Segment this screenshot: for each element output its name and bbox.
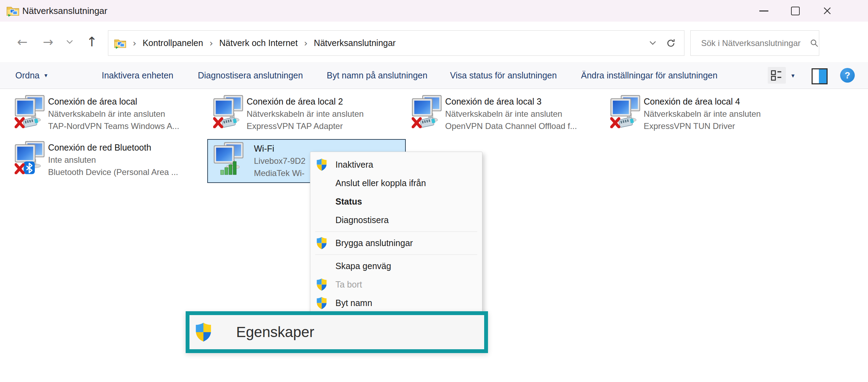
connection-status: Nätverkskabeln är inte ansluten [247, 108, 364, 120]
lan-disconnected-icon [412, 95, 444, 128]
connection-status: Nätverkskabeln är inte ansluten [48, 108, 179, 120]
organize-menu-button[interactable]: Ordna ▾ [15, 62, 47, 89]
search-box[interactable] [690, 30, 819, 56]
connection-device: ExpressVPN TAP Adapter [247, 120, 364, 132]
connection-tile[interactable]: Conexión de área local Nätverkskabeln är… [14, 93, 212, 137]
refresh-icon [665, 38, 676, 49]
diagnose-connection-command[interactable]: Diagnostisera anslutningen [198, 62, 303, 89]
change-settings-label: Ändra inställningar för anslutningen [581, 70, 718, 81]
search-input[interactable] [700, 38, 810, 48]
menu-item-inaktivera[interactable]: Inaktivera [310, 155, 482, 174]
window-title: Nätverksanslutningar [22, 6, 107, 16]
lan-disconnected-icon [15, 95, 47, 128]
connection-device: ExpressVPN TUN Driver [644, 120, 761, 132]
menu-item-label: Skapa genväg [335, 261, 391, 271]
menu-item-label: Brygga anslutningar [335, 238, 413, 248]
connection-tile[interactable]: Conexión de área local 2 Nätverkskabeln … [212, 93, 411, 137]
connection-name: Conexión de área local 4 [644, 96, 761, 108]
menu-item-label: Anslut eller koppla ifrån [335, 178, 426, 188]
view-list-icon [770, 68, 784, 82]
search-icon [810, 39, 819, 48]
refresh-button[interactable] [665, 38, 676, 49]
connection-name: Conexión de área local [48, 96, 179, 108]
connection-tile[interactable]: Conexión de área local 3 Nätverkskabeln … [411, 93, 610, 137]
caret-down-icon: ▾ [44, 72, 47, 79]
command-toolbar: Ordna ▾ Inaktivera enheten Diagnostisera… [0, 62, 868, 89]
menu-item-ta-bort[interactable]: Ta bort [310, 275, 482, 294]
menu-item-egenskaper-label: Egenskaper [236, 324, 314, 341]
menu-item-status[interactable]: Status [310, 192, 482, 211]
forward-button[interactable]: → [38, 22, 58, 62]
connection-tile[interactable]: Conexión de red Bluetooth Inte ansluten … [14, 139, 212, 183]
menu-item-brygga-anslutningar[interactable]: Brygga anslutningar [310, 234, 482, 252]
breadcrumb-kontrollpanelen[interactable]: Kontrollpanelen [142, 38, 203, 48]
connection-status: Inte ansluten [48, 154, 178, 166]
menu-item-diagnostisera[interactable]: Diagnostisera [310, 211, 482, 229]
preview-pane-button[interactable] [812, 68, 828, 84]
connection-name: Wi-Fi [254, 143, 305, 155]
connection-name: Conexión de área local 2 [247, 96, 364, 108]
title-bar: Nätverksanslutningar [0, 0, 868, 22]
connection-status: Nätverkskabeln är inte ansluten [644, 108, 761, 120]
menu-separator [315, 254, 477, 255]
caret-down-icon: ▾ [791, 72, 795, 79]
help-button[interactable]: ? [840, 68, 855, 83]
connection-name: Conexión de área local 3 [445, 96, 577, 108]
view-status-command[interactable]: Visa status för anslutningen [450, 62, 557, 89]
recent-locations-button[interactable] [62, 22, 77, 62]
menu-item-label: Status [335, 197, 362, 207]
menu-item-anslut-koppla[interactable]: Anslut eller koppla ifrån [310, 174, 482, 192]
menu-item-label: Byt namn [335, 298, 372, 308]
breadcrumb-separator: › [304, 38, 308, 48]
connection-tile[interactable]: Conexión de área local 4 Nätverkskabeln … [610, 93, 808, 137]
menu-item-label: Inaktivera [335, 160, 373, 170]
breadcrumb-natverksanslutningar[interactable]: Nätverksanslutningar [314, 38, 396, 48]
organize-label: Ordna [15, 70, 39, 81]
breadcrumb-separator: › [209, 38, 213, 48]
uac-shield-icon [316, 237, 327, 250]
close-icon [823, 6, 832, 15]
minimize-icon [759, 10, 768, 12]
preview-pane-icon [819, 69, 827, 83]
connection-device: OpenVPN Data Channel Offload f... [445, 120, 577, 132]
menu-item-byt-namn[interactable]: Byt namn [310, 294, 482, 312]
back-icon: ← [17, 35, 28, 49]
address-dropdown-button[interactable] [649, 40, 657, 46]
address-folder-icon [114, 37, 126, 49]
connection-status: Nätverkskabeln är inte ansluten [445, 108, 577, 120]
forward-icon: → [43, 35, 53, 49]
lan-disconnected-icon [610, 95, 642, 128]
rename-label: Byt namn på anslutningen [327, 70, 427, 81]
uac-shield-icon [195, 322, 212, 342]
connection-device: TAP-NordVPN Teams Windows A... [48, 120, 179, 132]
bluetooth-disconnected-icon [15, 141, 47, 174]
connection-device: Bluetooth Device (Personal Area ... [48, 166, 178, 178]
chevron-down-icon [649, 40, 657, 46]
menu-separator [315, 231, 477, 232]
navigation-bar: ← → ↑ › Kontrollpanelen › Nätverk och In… [0, 22, 868, 62]
connection-name: Conexión de red Bluetooth [48, 142, 178, 154]
close-button[interactable] [816, 2, 839, 20]
uac-shield-icon [316, 278, 327, 291]
breadcrumb-natverk-och-internet[interactable]: Nätverk och Internet [219, 38, 298, 48]
maximize-button[interactable] [784, 2, 807, 20]
change-view-button[interactable] [768, 67, 786, 84]
menu-item-label: Diagnostisera [335, 215, 389, 225]
maximize-icon [791, 7, 800, 15]
address-bar[interactable]: › Kontrollpanelen › Nätverk och Internet… [108, 30, 684, 56]
disable-device-command[interactable]: Inaktivera enheten [102, 62, 173, 89]
disable-device-label: Inaktivera enheten [102, 70, 173, 81]
up-button[interactable]: ↑ [82, 22, 102, 62]
change-view-dropdown[interactable]: ▾ [791, 62, 795, 89]
connection-device: MediaTek Wi- [254, 167, 305, 179]
rename-connection-command[interactable]: Byt namn på anslutningen [327, 62, 427, 89]
menu-item-egenskaper-highlight[interactable]: Egenskaper [186, 311, 488, 353]
network-connections-window: Nätverksanslutningar ← → ↑ › Kontrollpan… [0, 0, 868, 382]
help-icon: ? [845, 70, 850, 81]
minimize-button[interactable] [752, 2, 775, 20]
back-button[interactable]: ← [13, 22, 32, 62]
change-settings-command[interactable]: Ändra inställningar för anslutningen [581, 62, 718, 89]
lan-disconnected-icon [213, 95, 245, 128]
connection-status: Livebox7-9D2 [254, 155, 305, 167]
menu-item-skapa-genvag[interactable]: Skapa genväg [310, 257, 482, 275]
